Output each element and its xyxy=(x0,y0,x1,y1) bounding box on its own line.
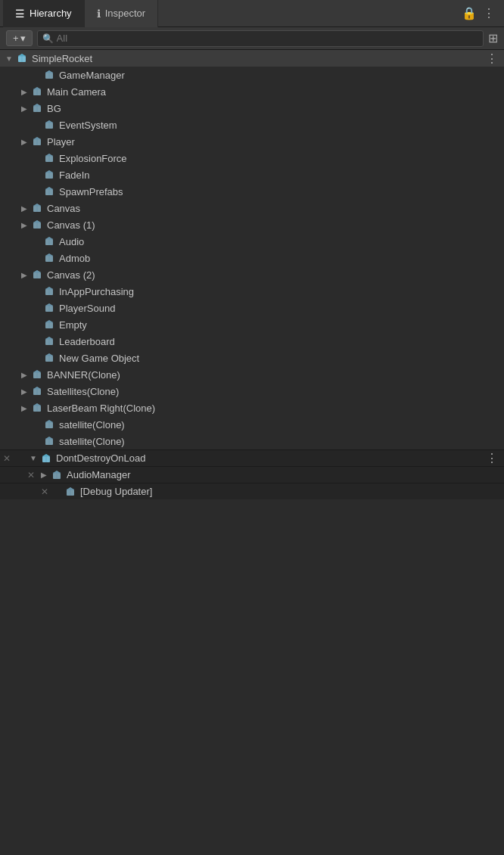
banner-icon xyxy=(30,368,44,381)
search-input[interactable] xyxy=(57,33,478,44)
list-item[interactable]: InAppPurchasing xyxy=(0,283,504,300)
add-label: + xyxy=(13,33,19,44)
list-item[interactable]: ✕ [Debug Updater] xyxy=(0,483,504,499)
list-item[interactable]: GameManager xyxy=(0,67,504,83)
lock-button[interactable]: 🔒 xyxy=(462,6,477,20)
add-drop-icon: ▾ xyxy=(20,33,26,44)
tabs: ☰ Hierarchy ℹ Inspector xyxy=(3,0,158,27)
audio-arrow xyxy=(30,235,42,247)
new-game-object-icon xyxy=(42,351,56,365)
player-arrow[interactable] xyxy=(18,135,30,148)
simple-rocket-arrow[interactable] xyxy=(3,52,15,64)
tab-inspector[interactable]: ℹ Inspector xyxy=(85,0,158,27)
fade-in-label: FadeIn xyxy=(59,169,89,181)
add-button[interactable]: + ▾ xyxy=(6,30,33,46)
list-item[interactable]: ExplosionForce xyxy=(0,150,504,166)
list-item[interactable]: LaserBeam Right(Clone) xyxy=(0,400,504,416)
ddol-more[interactable]: ⋮ xyxy=(486,451,498,465)
simple-rocket-root[interactable]: SimpleRocket ⋮ xyxy=(0,50,504,67)
list-item[interactable]: Empty xyxy=(0,316,504,333)
main-camera-arrow[interactable] xyxy=(18,86,30,98)
game-manager-arrow xyxy=(30,69,42,81)
leaderboard-icon xyxy=(42,334,56,348)
admob-icon xyxy=(42,251,56,265)
satellite-1-icon xyxy=(42,418,56,431)
satellites-icon xyxy=(30,384,44,398)
explosion-force-label: ExplosionForce xyxy=(59,153,127,164)
list-item[interactable]: Leaderboard xyxy=(0,333,504,350)
list-item[interactable]: BANNER(Clone) xyxy=(0,366,504,383)
empty-label: Empty xyxy=(59,319,87,331)
new-game-object-label: New Game Object xyxy=(59,353,139,364)
search-bar[interactable]: 🔍 xyxy=(37,30,484,47)
list-item[interactable]: satellite(Clone) xyxy=(0,416,504,433)
in-app-label: InAppPurchasing xyxy=(59,286,134,297)
simple-rocket-more[interactable]: ⋮ xyxy=(486,51,498,66)
bg-arrow[interactable] xyxy=(18,102,30,114)
debug-updater-arrow xyxy=(51,486,64,498)
banner-arrow[interactable] xyxy=(18,368,30,381)
list-item[interactable]: FadeIn xyxy=(0,166,504,183)
laserbeam-arrow[interactable] xyxy=(18,402,30,414)
list-item[interactable]: Canvas (2) xyxy=(0,266,504,283)
list-item[interactable]: Satellites(Clone) xyxy=(0,383,504,400)
tab-hierarchy-label: Hierarchy xyxy=(30,8,72,19)
list-item[interactable]: SpawnPrefabs xyxy=(0,183,504,200)
ddol-icon xyxy=(39,452,53,465)
list-item[interactable]: Canvas xyxy=(0,200,504,216)
list-item[interactable]: Admob xyxy=(0,250,504,266)
spawn-prefabs-arrow xyxy=(30,185,42,197)
canvas-arrow[interactable] xyxy=(18,202,30,214)
hierarchy-panel: SimpleRocket ⋮ GameManager Main Camera xyxy=(0,50,504,855)
list-item[interactable]: New Game Object xyxy=(0,350,504,366)
scene-icon-button[interactable]: ⊞ xyxy=(488,31,498,45)
leaderboard-arrow xyxy=(30,335,42,347)
canvas-2-icon xyxy=(30,268,44,281)
admob-label: Admob xyxy=(59,253,90,264)
list-item[interactable]: Audio xyxy=(0,233,504,250)
list-item[interactable]: BG xyxy=(0,100,504,117)
debug-updater-icon xyxy=(64,485,77,499)
laserbeam-icon xyxy=(30,401,44,415)
canvas-1-arrow[interactable] xyxy=(18,219,30,231)
tab-inspector-label: Inspector xyxy=(105,8,145,19)
player-label: Player xyxy=(47,136,75,148)
game-manager-icon xyxy=(42,68,56,82)
player-icon xyxy=(30,135,44,148)
audio-manager-arrow[interactable] xyxy=(38,469,50,481)
list-item[interactable]: PlayerSound xyxy=(0,300,504,316)
ddol-arrow[interactable] xyxy=(27,452,39,465)
list-item[interactable]: satellite(Clone) xyxy=(0,433,504,449)
canvas-1-label: Canvas (1) xyxy=(47,219,95,231)
satellite-2-label: satellite(Clone) xyxy=(59,436,125,447)
list-item[interactable]: Player xyxy=(0,133,504,150)
tab-bar: ☰ Hierarchy ℹ Inspector 🔒 ⋮ xyxy=(0,0,504,27)
satellite-2-icon xyxy=(42,434,56,448)
dont-destroy-root[interactable]: ✕ DontDestroyOnLoad ⋮ xyxy=(0,449,504,466)
satellites-arrow[interactable] xyxy=(18,385,30,397)
list-item[interactable]: Canvas (1) xyxy=(0,216,504,233)
in-app-icon xyxy=(42,284,56,298)
tab-hierarchy[interactable]: ☰ Hierarchy xyxy=(3,0,85,27)
list-item[interactable]: Main Camera xyxy=(0,83,504,100)
list-item[interactable]: ✕ AudioManager xyxy=(0,466,504,483)
explosion-force-icon xyxy=(42,151,56,165)
spawn-prefabs-label: SpawnPrefabs xyxy=(59,186,123,197)
more-options-button[interactable]: ⋮ xyxy=(483,6,495,20)
canvas-2-arrow[interactable] xyxy=(18,269,30,281)
ddol-vis-icon-1: ✕ xyxy=(0,452,14,465)
audio-icon xyxy=(42,235,56,248)
event-system-arrow xyxy=(30,119,42,131)
list-item[interactable]: EventSystem xyxy=(0,117,504,133)
toolbar: + ▾ 🔍 ⊞ xyxy=(0,27,504,50)
canvas-icon xyxy=(30,201,44,215)
player-sound-label: PlayerSound xyxy=(59,303,115,314)
debug-updater-label: [Debug Updater] xyxy=(80,486,152,497)
canvas-2-label: Canvas (2) xyxy=(47,269,95,281)
bg-icon xyxy=(30,101,44,115)
main-camera-icon xyxy=(30,85,44,98)
search-icon: 🔍 xyxy=(42,33,54,44)
main-camera-label: Main Camera xyxy=(47,86,106,98)
simple-rocket-icon xyxy=(15,51,29,65)
new-game-object-arrow xyxy=(30,352,42,364)
